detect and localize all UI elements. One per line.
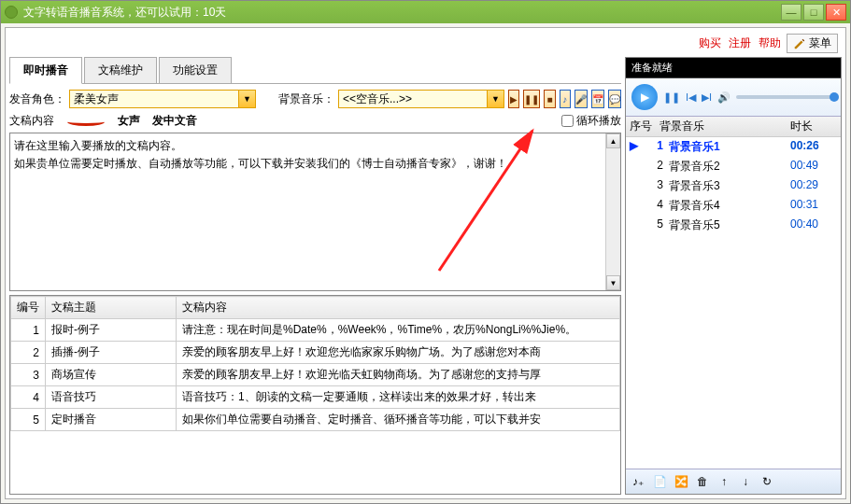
maximize-button[interactable]: □	[803, 4, 824, 21]
pl-shuffle-button[interactable]: 🔀	[672, 472, 690, 491]
table-row[interactable]: 4语音技巧语音技巧：1、朗读的文稿一定要通顺，这样读出来的效果才好，转出来	[11, 386, 620, 409]
cell-num: 1	[11, 319, 46, 342]
app-icon	[5, 6, 18, 19]
menu-label: 菜单	[809, 35, 831, 51]
playlist-name: 背景音乐2	[669, 159, 790, 175]
pause-button[interactable]: ❚❚	[523, 90, 540, 108]
inner-panel: 购买 注册 帮助 菜单 即时播音 文稿维护 功能设置 发音角色：	[5, 27, 846, 499]
playlist-name: 背景音乐3	[669, 178, 790, 194]
cell-topic: 商场宣传	[46, 364, 177, 386]
scroll-down-button[interactable]: ▼	[606, 275, 620, 290]
voice-input[interactable]	[69, 90, 239, 108]
playlist-row[interactable]: 4背景音乐400:31	[626, 196, 841, 216]
cell-num: 4	[11, 386, 46, 409]
voice-tag-gender: 女声	[118, 114, 140, 127]
playlist-marker: ▶	[630, 139, 639, 155]
textarea-scrollbar[interactable]: ▲ ▼	[605, 133, 620, 290]
menu-button[interactable]: 菜单	[787, 34, 838, 53]
player-volume-slider[interactable]	[736, 95, 835, 99]
mic-button[interactable]: 🎤	[574, 90, 588, 108]
playlist-num: 4	[639, 198, 669, 214]
playlist-num: 1	[639, 139, 669, 155]
window-title: 文字转语音播音系统，还可以试用：10天	[23, 5, 781, 21]
playlist-num: 3	[639, 178, 669, 194]
playlist-row[interactable]: 3背景音乐300:29	[626, 176, 841, 196]
player-pause-button[interactable]: ❚❚	[663, 91, 680, 104]
pl-col-name[interactable]: 背景音乐	[660, 119, 790, 134]
close-button[interactable]: ✕	[826, 4, 846, 21]
tab-instant-broadcast[interactable]: 即时播音	[9, 57, 82, 84]
app-window: 文字转语音播音系统，还可以试用：10天 — □ ✕ 购买 注册 帮助 菜单 即时…	[0, 0, 851, 504]
playlist-row[interactable]: 2背景音乐200:49	[626, 157, 841, 176]
table-row[interactable]: 3商场宣传亲爱的顾客朋友早上好！欢迎光临天虹购物商场。为了感谢您的支持与厚	[11, 364, 620, 386]
pl-col-dur[interactable]: 时长	[790, 119, 837, 134]
play-button[interactable]: ▶	[508, 90, 519, 108]
minimize-button[interactable]: —	[781, 4, 801, 21]
cell-topic: 插播-例子	[46, 342, 177, 364]
register-link[interactable]: 注册	[729, 35, 751, 51]
player-prev-button[interactable]: I◀	[686, 91, 696, 104]
playlist-toolbar: ♪₊ 📄 🔀 🗑 ↑ ↓ ↻	[626, 469, 841, 494]
col-topic[interactable]: 文稿主题	[46, 297, 177, 319]
tab-script-maintain[interactable]: 文稿维护	[84, 57, 157, 84]
table-row[interactable]: 1报时-例子请注意：现在时间是%Date%，%Week%，%Time%，农历%N…	[11, 319, 620, 342]
cell-content: 亲爱的顾客朋友早上好！欢迎光临天虹购物商场。为了感谢您的支持与厚	[177, 364, 620, 386]
calendar-button[interactable]: 📅	[591, 90, 604, 108]
scroll-track[interactable]	[606, 148, 620, 275]
bgm-input[interactable]	[338, 90, 488, 108]
player-play-button[interactable]: ▶	[631, 84, 658, 110]
player-volume-icon[interactable]: 🔊	[717, 91, 730, 104]
scroll-up-button[interactable]: ▲	[606, 133, 620, 148]
cell-content: 请注意：现在时间是%Date%，%Week%，%Time%，农历%NongLi%…	[177, 319, 620, 342]
voice-dropdown-button[interactable]: ▼	[239, 90, 256, 108]
cell-content: 亲爱的顾客朋友早上好！欢迎您光临家家乐购物广场。为了感谢您对本商	[177, 342, 620, 364]
cell-num: 2	[11, 342, 46, 364]
playlist-marker	[630, 198, 639, 214]
col-content[interactable]: 文稿内容	[177, 297, 620, 319]
playlist-name: 背景音乐4	[669, 198, 790, 214]
player-status: 准备就绪	[626, 58, 841, 78]
col-num[interactable]: 编号	[11, 297, 46, 319]
playlist-marker	[630, 178, 639, 194]
cell-num: 3	[11, 364, 46, 386]
cell-topic: 语音技巧	[46, 386, 177, 409]
tab-settings[interactable]: 功能设置	[159, 57, 232, 84]
playlist-header: 序号 背景音乐 时长	[626, 117, 841, 137]
script-table: 编号 文稿主题 文稿内容 1报时-例子请注意：现在时间是%Date%，%Week…	[10, 296, 620, 431]
window-buttons: — □ ✕	[781, 4, 846, 21]
cell-content: 如果你们单位需要自动播音、定时播音、循环播音等功能，可以下载并安	[177, 409, 620, 431]
playlist-name: 背景音乐1	[669, 139, 790, 155]
script-table-wrap: 编号 文稿主题 文稿内容 1报时-例子请注意：现在时间是%Date%，%Week…	[9, 295, 621, 495]
music-note-button[interactable]: ♪	[560, 90, 571, 108]
buy-link[interactable]: 购买	[699, 35, 721, 51]
help-link[interactable]: 帮助	[759, 35, 781, 51]
player-next-button[interactable]: ▶I	[702, 91, 712, 104]
pl-add-file-button[interactable]: 📄	[650, 472, 669, 491]
pl-add-music-button[interactable]: ♪₊	[629, 472, 647, 491]
top-links: 购买 注册 帮助 菜单	[7, 30, 844, 57]
pl-delete-button[interactable]: 🗑	[693, 472, 712, 491]
playlist-name: 背景音乐5	[669, 217, 790, 233]
content-textarea[interactable]: 请在这里输入要播放的文稿内容。 如果贵单位需要定时播放、自动播放等功能，可以下载…	[10, 133, 605, 290]
chat-button[interactable]: 💬	[608, 90, 621, 108]
pl-move-up-button[interactable]: ↑	[715, 472, 733, 491]
pl-col-num[interactable]: 序号	[630, 119, 660, 134]
playlist-dur: 00:49	[790, 159, 837, 175]
playlist-dur: 00:31	[790, 198, 837, 214]
content-textarea-wrap: 请在这里输入要播放的文稿内容。 如果贵单位需要定时播放、自动播放等功能，可以下载…	[9, 133, 621, 291]
voice-tags: 女声 发中文音	[118, 113, 206, 129]
playlist-row[interactable]: ▶1背景音乐100:26	[626, 137, 841, 157]
bgm-dropdown-button[interactable]: ▼	[488, 90, 504, 108]
pl-move-down-button[interactable]: ↓	[736, 472, 755, 491]
pl-refresh-button[interactable]: ↻	[758, 472, 776, 491]
pencil-icon	[793, 37, 806, 50]
cell-topic: 定时播音	[46, 409, 177, 431]
stop-button[interactable]: ■	[544, 90, 555, 108]
table-row[interactable]: 5定时播音如果你们单位需要自动播音、定时播音、循环播音等功能，可以下载并安	[11, 409, 620, 431]
left-panel: 即时播音 文稿维护 功能设置 发音角色： ▼ 背景音乐： ▼	[9, 57, 621, 495]
loop-checkbox[interactable]	[561, 115, 574, 127]
playlist-marker	[630, 159, 639, 175]
table-row[interactable]: 2插播-例子亲爱的顾客朋友早上好！欢迎您光临家家乐购物广场。为了感谢您对本商	[11, 342, 620, 364]
bgm-label: 背景音乐：	[278, 91, 334, 107]
playlist-row[interactable]: 5背景音乐500:40	[626, 216, 841, 235]
